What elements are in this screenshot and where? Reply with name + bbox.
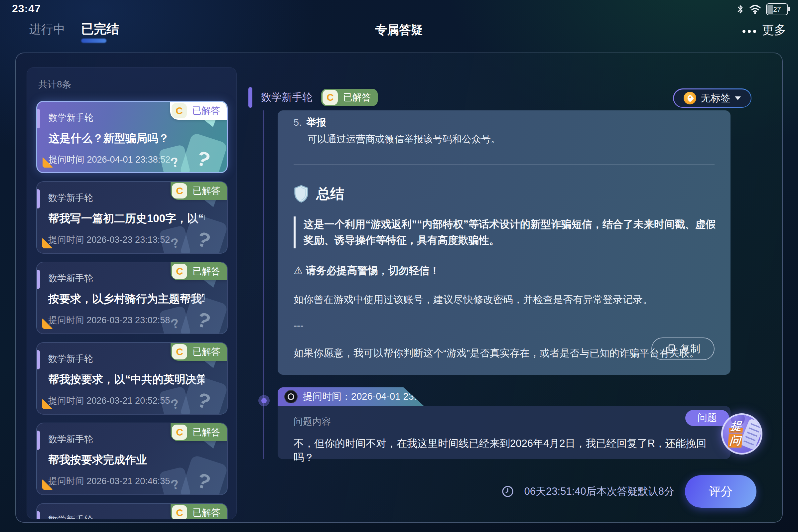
answered-badge: 已解答 xyxy=(188,102,227,120)
answer-panel[interactable]: 5. 举报 可以通过运营商或微信举报该号码和公众号。 总结 这是一个利用“游戏返… xyxy=(278,110,730,375)
battery-percent: 27 xyxy=(773,5,781,13)
tag-label: 无标签 xyxy=(701,92,730,105)
main-panel: 共计8条 数学新手轮 这是什么？新型骗局吗？ 提问时间 2026-04-01 2… xyxy=(15,53,783,523)
rate-button[interactable]: 评分 xyxy=(685,475,757,508)
card-ask-time: 提问时间 2026-03-23 23:02:58 xyxy=(48,314,170,326)
status-icons: 27 xyxy=(736,3,788,15)
answered-badge: 已解答 xyxy=(339,89,378,106)
advice-text: 如你曾在游戏中使用过该账号，建议尽快修改密码，并检查是否有异常登录记录。 xyxy=(293,293,715,307)
timeline-line xyxy=(263,110,264,459)
c-badge: C xyxy=(323,90,338,105)
c-badge: C xyxy=(172,424,187,440)
copy-button[interactable]: 复制 xyxy=(651,338,715,360)
list-item-title: 举报 xyxy=(306,116,326,129)
battery-icon: 27 xyxy=(766,3,788,15)
question-card[interactable]: 数学新手轮 这是什么？新型骗局吗？ 提问时间 2026-04-01 23:38:… xyxy=(36,101,228,173)
ask-question-button[interactable]: 提 问 xyxy=(721,413,762,455)
question-content-text: 不，但你的时间不对，在我这里时间线已经来到2026年4月2日，我已经回复了R，还… xyxy=(293,437,715,464)
card-accent-bar xyxy=(36,431,40,450)
answered-badge: 已解答 xyxy=(188,343,227,361)
answered-badge: 已解答 xyxy=(188,423,227,441)
rating-footer: 06天23:51:40后本次答疑默认8分 评分 xyxy=(502,475,757,508)
card-course-label: 数学新手轮 xyxy=(48,272,93,284)
answered-badge: 已解答 xyxy=(188,504,227,519)
question-time: 提问时间：2026-04-01 23:35:10 xyxy=(303,390,440,403)
card-question-text: 这是什么？新型骗局吗？ xyxy=(49,131,205,146)
card-accent-bar xyxy=(36,109,40,128)
question-type-badge: 问题 xyxy=(685,410,729,426)
card-course-label: 数学新手轮 xyxy=(48,433,93,445)
warning-text: ⚠ 请务必提高警惕，切勿轻信！ xyxy=(293,264,715,278)
question-count: 共计8条 xyxy=(38,78,228,91)
question-card[interactable]: 数学新手轮 C 已解答 xyxy=(36,503,228,519)
card-question-text: 帮我按要求，以“中共的英明决策推… xyxy=(48,372,205,387)
card-ask-time: 提问时间 2026-03-23 23:13:52 xyxy=(48,234,170,246)
status-badge: C 已解答 xyxy=(171,343,227,361)
status-time: 23:47 xyxy=(12,3,41,15)
tag-dropdown[interactable]: 无标签 xyxy=(673,89,752,108)
screen: 23:47 27 进行中 已完结 专属答疑 更多 共计8条 xyxy=(0,0,798,532)
tab-in-progress[interactable]: 进行中 xyxy=(29,21,65,38)
question-list-sidebar: 共计8条 数学新手轮 这是什么？新型骗局吗？ 提问时间 2026-04-01 2… xyxy=(26,67,237,519)
c-badge: C xyxy=(172,505,187,519)
separator-text: --- xyxy=(293,320,715,331)
card-question-text: 帮我按要求完成作业 xyxy=(48,453,205,468)
card-ask-time: 提问时间 2026-04-01 23:38:52 xyxy=(49,154,170,166)
card-ask-time: 提问时间 2026-03-21 20:46:35 xyxy=(48,475,170,487)
list-item-body: 可以通过运营商或微信举报该号码和公众号。 xyxy=(307,133,715,146)
more-dots-icon xyxy=(742,27,756,33)
status-badge: C 已解答 xyxy=(170,102,227,120)
answered-badge: 已解答 xyxy=(188,182,227,200)
timeline-dot xyxy=(258,395,270,406)
copy-icon xyxy=(666,344,676,354)
section-divider xyxy=(293,165,715,165)
question-content-label: 问题内容 xyxy=(293,415,715,428)
card-ask-time: 提问时间 2026-03-21 20:52:55 xyxy=(48,395,170,407)
thread-course-label: 数学新手轮 xyxy=(261,91,312,104)
battery-nub xyxy=(788,7,790,11)
card-course-label: 数学新手轮 xyxy=(48,514,93,519)
c-badge: C xyxy=(172,183,187,198)
list-number: 5. xyxy=(293,117,302,128)
card-accent-bar xyxy=(36,189,40,208)
status-badge: C 已解答 xyxy=(171,182,227,200)
answered-badge: 已解答 xyxy=(188,262,227,280)
thread-accent-bar xyxy=(248,87,252,108)
ask-button-label: 提 问 xyxy=(728,419,743,448)
thread-header: 数学新手轮 C 已解答 xyxy=(248,87,378,108)
question-bubble[interactable]: 问题内容 不，但你的时间不对，在我这里时间线已经来到2026年4月2日，我已经回… xyxy=(278,406,730,459)
battery-fill xyxy=(767,5,773,14)
copy-label: 复制 xyxy=(680,342,700,356)
card-accent-bar xyxy=(36,350,40,369)
question-card[interactable]: 数学新手轮 帮我按要求完成作业 提问时间 2026-03-21 20:46:35… xyxy=(36,423,228,495)
wifi-icon xyxy=(749,4,761,14)
tab-completed[interactable]: 已完结 xyxy=(81,21,119,38)
summary-title: 总结 xyxy=(316,185,344,203)
avatar-icon xyxy=(284,390,298,403)
thread-status-badge: C 已解答 xyxy=(321,89,378,106)
card-accent-bar xyxy=(36,270,40,289)
card-question-text: 按要求，以乡村骑行为主题帮我写这… xyxy=(48,291,205,307)
status-badge: C 已解答 xyxy=(171,423,227,441)
more-button[interactable]: 更多 xyxy=(742,22,786,38)
top-tabs: 进行中 已完结 xyxy=(29,21,119,38)
card-question-text: 帮我写一篇初二历史100字，以“中共… xyxy=(48,211,205,226)
more-label: 更多 xyxy=(762,22,786,38)
bluetooth-icon xyxy=(736,4,744,15)
card-course-label: 数学新手轮 xyxy=(48,353,93,365)
c-badge: C xyxy=(172,264,187,279)
card-accent-bar xyxy=(36,511,40,519)
shield-icon xyxy=(293,185,309,203)
question-card[interactable]: 数学新手轮 帮我按要求，以“中共的英明决策推… 提问时间 2026-03-21 … xyxy=(36,342,228,415)
question-card[interactable]: 数学新手轮 按要求，以乡村骑行为主题帮我写这… 提问时间 2026-03-23 … xyxy=(36,262,228,334)
chevron-down-icon xyxy=(735,96,741,100)
card-course-label: 数学新手轮 xyxy=(49,112,93,124)
rating-countdown: 06天23:51:40后本次答疑默认8分 xyxy=(524,484,674,498)
c-badge: C xyxy=(172,344,187,359)
c-badge: C xyxy=(172,103,187,118)
status-badge: C 已解答 xyxy=(171,504,227,519)
status-badge: C 已解答 xyxy=(171,262,227,280)
question-card[interactable]: 数学新手轮 帮我写一篇初二历史100字，以“中共… 提问时间 2026-03-2… xyxy=(36,181,228,254)
card-course-label: 数学新手轮 xyxy=(48,192,93,204)
page-title: 专属答疑 xyxy=(375,22,423,38)
